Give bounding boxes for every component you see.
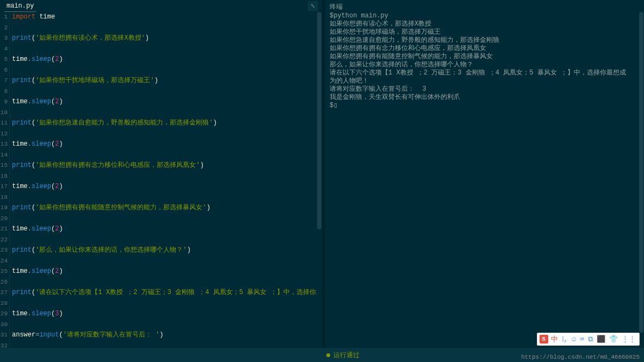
code-line[interactable]: 11print('如果你想急速自愈能力，野兽般的感知能力，那选择金刚狼') <box>0 118 322 129</box>
code-content[interactable]: print('如果你想拥有拥有念力移位和心电感应，那选择凤凰女') <box>10 160 204 171</box>
line-number: 10 <box>0 108 10 118</box>
scroll-thumb[interactable] <box>317 12 321 229</box>
ime-item[interactable]: 👕 <box>608 335 619 344</box>
code-content[interactable] <box>10 129 12 140</box>
scroll-thumb[interactable] <box>639 12 643 333</box>
code-line[interactable]: 8 <box>0 86 322 97</box>
line-number: 15 <box>0 160 10 171</box>
editor-scrollbar[interactable] <box>317 12 322 348</box>
footer-url: https://blog.csdn.net/m0_46660825 <box>521 354 640 360</box>
code-line[interactable]: 1import time <box>0 12 322 23</box>
file-tab[interactable]: main.py <box>4 1 36 12</box>
line-number: 29 <box>0 309 10 320</box>
run-status-label: 运行通过 <box>333 351 360 360</box>
code-content[interactable]: time.sleep(2) <box>10 97 63 108</box>
line-number: 11 <box>0 118 10 129</box>
code-line[interactable]: 10 <box>0 108 322 118</box>
code-line[interactable]: 4 <box>0 44 322 55</box>
code-content[interactable] <box>10 298 12 309</box>
line-number: 12 <box>0 129 10 140</box>
ime-logo-icon[interactable]: S <box>540 335 548 344</box>
code-line[interactable]: 18 <box>0 192 322 203</box>
code-line[interactable]: 6 <box>0 65 322 76</box>
line-number: 20 <box>0 214 10 224</box>
code-content[interactable] <box>10 150 12 161</box>
code-line[interactable]: 20 <box>0 214 322 224</box>
code-line[interactable]: 9time.sleep(2) <box>0 97 322 108</box>
code-line[interactable]: 5time.sleep(2) <box>0 54 322 65</box>
code-content[interactable] <box>10 44 12 55</box>
line-number: 1 <box>0 12 10 23</box>
code-content[interactable] <box>10 171 12 182</box>
code-line[interactable]: 15print('如果你想拥有拥有念力移位和心电感应，那选择凤凰女') <box>0 160 322 171</box>
code-content[interactable] <box>10 256 12 267</box>
code-content[interactable] <box>10 108 12 118</box>
line-number: 13 <box>0 139 10 150</box>
code-line[interactable]: 2 <box>0 23 322 34</box>
code-line[interactable]: 30 <box>0 320 322 330</box>
line-number: 28 <box>0 298 10 309</box>
code-content[interactable] <box>10 65 12 76</box>
line-number: 22 <box>0 235 10 246</box>
ime-item[interactable]: ⌨ <box>579 335 585 344</box>
code-line[interactable]: 19print('如果你想拥有拥有能随意控制气候的能力，那选择暴风女') <box>0 203 322 214</box>
code-content[interactable] <box>10 192 12 203</box>
code-content[interactable] <box>10 277 12 288</box>
code-content[interactable]: print('如果你想拥有读心术，那选择X教授') <box>10 33 149 44</box>
line-number: 23 <box>0 245 10 256</box>
code-line[interactable]: 21time.sleep(2) <box>0 224 322 235</box>
code-line[interactable]: 17time.sleep(2) <box>0 182 322 192</box>
code-line[interactable]: 3print('如果你想拥有读心术，那选择X教授') <box>0 33 322 44</box>
code-content[interactable]: print('如果你想急速自愈能力，野兽般的感知能力，那选择金刚狼') <box>10 118 217 129</box>
code-content[interactable]: time.sleep(2) <box>10 266 63 277</box>
terminal-output[interactable]: $python main.py 如果你想拥有读心术，那选择X教授 如果你想干扰地… <box>325 12 644 348</box>
code-line[interactable]: 29time.sleep(3) <box>0 309 322 320</box>
code-line[interactable]: 14 <box>0 150 322 161</box>
code-line[interactable]: 32 <box>0 341 322 348</box>
ime-item[interactable]: ⋮⋮ <box>621 335 637 344</box>
code-content[interactable]: time.sleep(2) <box>10 224 63 235</box>
code-content[interactable]: print('如果你想拥有拥有能随意控制气候的能力，那选择暴风女') <box>10 203 210 214</box>
code-line[interactable]: 22 <box>0 235 322 246</box>
code-content[interactable]: print('如果你想干扰地球磁场，那选择万磁王') <box>10 76 158 86</box>
code-line[interactable]: 26 <box>0 277 322 288</box>
code-content[interactable] <box>10 86 12 97</box>
code-content[interactable]: time.sleep(3) <box>10 309 63 320</box>
code-content[interactable]: answer=input('请将对应数字输入在冒号后： ') <box>10 330 163 341</box>
code-line[interactable]: 27print('请在以下六个选项【1 X教授 ；2 万磁王；3 金刚狼 ；4 … <box>0 288 322 298</box>
ime-item[interactable]: ⁞, <box>561 335 569 344</box>
code-content[interactable] <box>10 235 12 246</box>
code-line[interactable]: 25time.sleep(2) <box>0 266 322 277</box>
code-line[interactable]: 7print('如果你想干扰地球磁场，那选择万磁王') <box>0 76 322 86</box>
ime-item[interactable]: ⧉ <box>587 335 594 344</box>
code-content[interactable]: print('请在以下六个选项【1 X教授 ；2 万磁王；3 金刚狼 ；4 凤凰… <box>10 288 322 298</box>
ime-item[interactable]: ⬛ <box>596 335 606 344</box>
code-area[interactable]: 1import time23print('如果你想拥有读心术，那选择X教授')4… <box>0 12 322 348</box>
code-content[interactable]: time.sleep(2) <box>10 139 63 150</box>
terminal-pane: 终端 $python main.py 如果你想拥有读心术，那选择X教授 如果你想… <box>325 0 644 348</box>
code-line[interactable]: 31answer=input('请将对应数字输入在冒号后： ') <box>0 330 322 341</box>
code-content[interactable] <box>10 320 12 330</box>
line-number: 5 <box>0 54 10 65</box>
collapse-icon[interactable]: ⤡ <box>308 1 318 11</box>
code-content[interactable]: print('那么，如果让你来选择的话，你想选择哪个人物？') <box>10 245 191 256</box>
code-content[interactable]: time.sleep(2) <box>10 54 63 65</box>
code-content[interactable] <box>10 341 12 348</box>
line-number: 32 <box>0 341 10 348</box>
terminal-scrollbar[interactable] <box>639 12 644 348</box>
line-number: 19 <box>0 203 10 214</box>
code-line[interactable]: 23print('那么，如果让你来选择的话，你想选择哪个人物？') <box>0 245 322 256</box>
ime-item[interactable]: ☺ <box>571 335 577 344</box>
code-line[interactable]: 12 <box>0 129 322 140</box>
code-line[interactable]: 16 <box>0 171 322 182</box>
code-line[interactable]: 13time.sleep(2) <box>0 139 322 150</box>
ime-toolbar[interactable]: S 中 ⁞, ☺ ⌨ ⧉ ⬛ 👕 ⋮⋮ <box>537 333 640 346</box>
code-content[interactable] <box>10 23 12 34</box>
ime-lang[interactable]: 中 <box>550 334 559 344</box>
line-number: 8 <box>0 86 10 97</box>
code-line[interactable]: 24 <box>0 256 322 267</box>
code-line[interactable]: 28 <box>0 298 322 309</box>
code-content[interactable] <box>10 214 12 224</box>
code-content[interactable]: time.sleep(2) <box>10 182 63 192</box>
code-content[interactable]: import time <box>10 12 55 23</box>
